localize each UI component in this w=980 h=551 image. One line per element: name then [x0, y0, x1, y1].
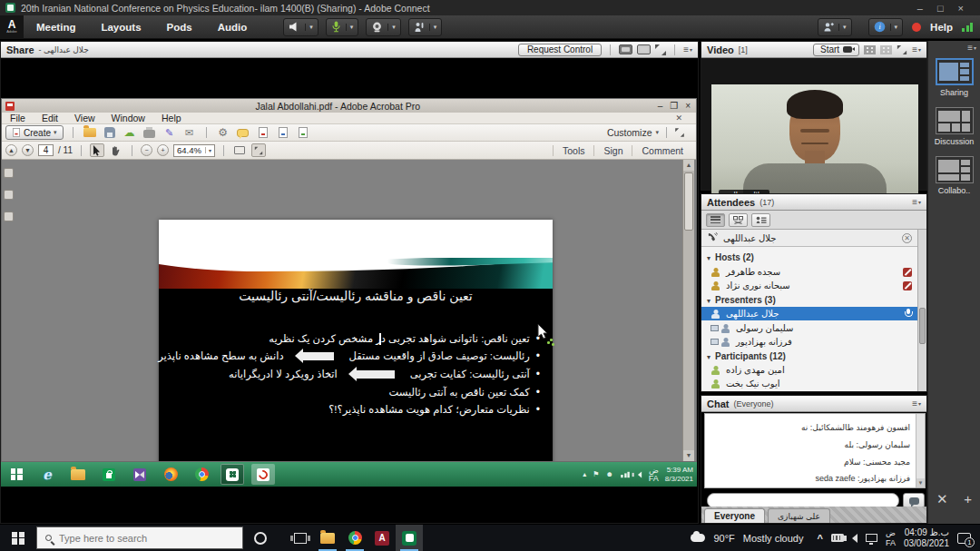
- pdf-tool-icon[interactable]: [276, 126, 290, 140]
- acrobat-minimize-icon[interactable]: –: [658, 101, 663, 111]
- volume-icon[interactable]: [852, 534, 858, 543]
- search-input[interactable]: [59, 533, 213, 544]
- collapse-icon[interactable]: [707, 252, 710, 262]
- breakout-view-button[interactable]: [729, 213, 748, 227]
- nav-attachments-icon[interactable]: [4, 212, 14, 221]
- customize-dropdown-icon[interactable]: ▾: [655, 129, 659, 136]
- zoom-in-button[interactable]: +: [157, 144, 169, 156]
- select-tool-icon[interactable]: [90, 143, 104, 157]
- pdf-export-red-icon[interactable]: [256, 126, 270, 140]
- nav-bookmarks-icon[interactable]: [4, 190, 14, 200]
- scrollbar-thumb[interactable]: [684, 172, 693, 231]
- attendee-status-view-button[interactable]: [751, 213, 770, 227]
- attendees-scrollbar[interactable]: [917, 230, 926, 391]
- connection-info-button[interactable]: i ▾: [868, 18, 904, 36]
- previous-page-button[interactable]: ▲: [5, 144, 17, 156]
- group-presenters[interactable]: Presenters (3): [701, 293, 917, 307]
- access-taskbar-icon[interactable]: A: [368, 525, 396, 551]
- speaker-button[interactable]: ▾: [283, 18, 318, 36]
- layout-item-sharing[interactable]: Sharing: [928, 58, 980, 97]
- tab-comment[interactable]: Comment: [632, 145, 692, 156]
- acrobat-menu-file[interactable]: File: [2, 113, 34, 123]
- raise-hand-dropdown-icon[interactable]: ▾: [429, 24, 437, 31]
- chat-tab-private[interactable]: علی شهبازی: [768, 508, 830, 523]
- scroll-mode-icon[interactable]: [232, 143, 247, 157]
- layout-bar-menu-icon[interactable]: [967, 43, 976, 53]
- scroll-down-icon[interactable]: ▼: [916, 478, 925, 487]
- taskbar-search[interactable]: [36, 526, 243, 549]
- hidden-icons-chevron[interactable]: ▴: [583, 470, 586, 478]
- help-menu[interactable]: Help: [930, 22, 953, 33]
- email-icon[interactable]: [182, 126, 197, 140]
- attendee-row[interactable]: امین مهدی زاده: [701, 363, 917, 377]
- page-number-input[interactable]: [38, 144, 54, 156]
- zoom-level-select[interactable]: 64.4% ▾: [173, 144, 215, 157]
- video-fullscreen-icon[interactable]: [897, 44, 906, 54]
- adobe-connect-taskbar-icon[interactable]: [220, 464, 244, 485]
- raise-hand-button[interactable]: ▾: [408, 18, 443, 36]
- network-display-icon[interactable]: [866, 534, 877, 542]
- chat-tab-everyone[interactable]: Everyone: [704, 508, 765, 523]
- edit-icon[interactable]: [162, 126, 177, 140]
- scroll-down-icon[interactable]: ▼: [683, 450, 694, 461]
- start-webcam-button[interactable]: Start: [813, 44, 859, 56]
- firefox-icon[interactable]: [159, 464, 182, 485]
- acrobat-menu-window[interactable]: Window: [103, 113, 153, 123]
- attendee-row-selected[interactable]: جلال عبداللهی: [701, 307, 917, 320]
- open-file-icon[interactable]: [83, 126, 97, 140]
- status-dropdown-icon[interactable]: ▾: [838, 24, 847, 31]
- speaker-dropdown-icon[interactable]: ▾: [305, 24, 313, 31]
- share-view-icon[interactable]: [619, 44, 632, 54]
- customize-button[interactable]: Customize: [607, 127, 652, 138]
- acrobat-menu-view[interactable]: View: [66, 113, 103, 123]
- acrobat-menu-edit[interactable]: Edit: [34, 113, 66, 123]
- scrollbar-thumb[interactable]: [919, 308, 926, 344]
- dismiss-speaker-icon[interactable]: ✕: [902, 233, 912, 243]
- scroll-up-icon[interactable]: ▲: [683, 160, 694, 171]
- adobe-connect-active-icon[interactable]: [396, 525, 423, 551]
- zoom-dropdown-icon[interactable]: ▾: [205, 147, 211, 153]
- file-explorer-icon[interactable]: [66, 464, 90, 485]
- cloud-upload-icon[interactable]: [122, 126, 137, 140]
- attendee-row[interactable]: سجده طاهرفر: [701, 265, 917, 279]
- task-view-button[interactable]: [287, 525, 314, 551]
- microphone-button[interactable]: ▾: [326, 18, 359, 36]
- weather-desc[interactable]: Mostly cloudy: [743, 533, 804, 544]
- menu-audio[interactable]: Audio: [205, 22, 260, 33]
- chat-options-icon[interactable]: [912, 398, 921, 408]
- minimize-icon[interactable]: –: [917, 3, 923, 14]
- request-control-button[interactable]: Request Control: [518, 44, 602, 56]
- attendee-row[interactable]: سبحانه نوری نژاد: [701, 279, 917, 292]
- pod-options-menu-icon[interactable]: [683, 44, 692, 54]
- touch-keyboard-icon[interactable]: [831, 534, 844, 542]
- filmstrip-view-icon[interactable]: [880, 45, 892, 54]
- chat-scrollbar[interactable]: ▼: [916, 414, 925, 487]
- grid-view-icon[interactable]: [864, 45, 876, 54]
- chrome-icon[interactable]: [190, 464, 213, 485]
- pdf-export-green-icon[interactable]: [296, 126, 310, 140]
- language-indicator[interactable]: ض FA: [886, 528, 896, 547]
- attendee-list-view-button[interactable]: [706, 213, 725, 227]
- document-scrollbar[interactable]: ▲ ▼: [682, 160, 694, 461]
- shared-language-indicator[interactable]: ض FA: [649, 467, 659, 482]
- kmplayer-icon[interactable]: [128, 464, 152, 485]
- webcam-dropdown-icon[interactable]: ▾: [387, 24, 396, 31]
- chrome-taskbar-icon[interactable]: [341, 525, 368, 551]
- collapse-icon[interactable]: [707, 295, 710, 305]
- fit-page-icon[interactable]: [251, 143, 266, 157]
- attendees-options-icon[interactable]: [912, 197, 921, 207]
- group-hosts[interactable]: Hosts (2): [701, 251, 917, 264]
- save-icon[interactable]: [103, 126, 117, 140]
- webcam-button[interactable]: ▾: [366, 18, 401, 36]
- next-page-button[interactable]: ▼: [22, 144, 34, 156]
- menu-pods[interactable]: Pods: [154, 22, 205, 33]
- video-pod-options-icon[interactable]: [912, 44, 921, 54]
- create-button[interactable]: Create ▾: [5, 125, 64, 140]
- nav-pages-icon[interactable]: [4, 168, 14, 178]
- acrobat-menu-help[interactable]: Help: [153, 113, 190, 123]
- tab-sign[interactable]: Sign: [593, 145, 632, 156]
- layout-item-discussion[interactable]: Discussion: [928, 107, 980, 146]
- acrobat-taskbar-icon[interactable]: [251, 464, 275, 485]
- attendee-row[interactable]: سلیمان رسولی: [701, 321, 917, 335]
- fullscreen-icon[interactable]: [655, 44, 666, 55]
